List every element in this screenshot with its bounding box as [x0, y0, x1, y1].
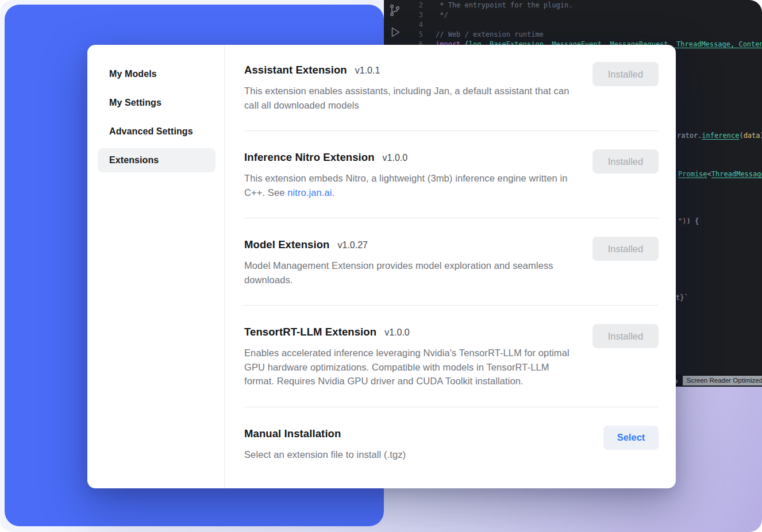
extension-version: v1.0.27: [338, 240, 368, 250]
extension-title: Manual Installation: [244, 426, 341, 442]
screen-reader-optimized-badge: Screen Reader Optimized: [683, 376, 762, 385]
extension-version: v1.0.0: [384, 327, 410, 338]
code-line: 2 * The entrypoint for the plugin.: [384, 1, 762, 10]
manual-installation-section: Manual Installation Select an extension …: [244, 407, 659, 480]
installed-button: Installed: [592, 62, 659, 86]
extension-title: Model Extension: [244, 237, 330, 253]
editor-code: 2 * The entrypoint for the plugin. 3 */ …: [384, 1, 762, 49]
extension-section-tensorrt-llm: TensortRT-LLM Extension v1.0.0 Enables a…: [244, 306, 659, 407]
select-file-button[interactable]: Select: [603, 426, 659, 450]
line-number: 4: [384, 20, 436, 30]
extension-title: Assistant Extension: [244, 62, 347, 78]
line-number: 2: [384, 1, 436, 10]
extension-version: v1.0.1: [355, 65, 380, 76]
line-number: 3: [384, 10, 436, 20]
code-fragment: Promise<ThreadMessage>: [678, 170, 762, 178]
sidebar-item-extensions[interactable]: Extensions: [98, 148, 215, 172]
extension-section-assistant: Assistant Extension v1.0.1 This extensio…: [244, 62, 659, 131]
code-line: 5// Web / extension runtime: [384, 30, 762, 40]
line-number: 5: [384, 30, 436, 40]
extension-section-model: Model Extension v1.0.27 Model Management…: [244, 218, 659, 306]
code-fragment: ")) {: [678, 217, 699, 225]
page-background: 2 * The entrypoint for the plugin. 3 */ …: [0, 0, 762, 532]
sidebar-item-advanced-settings[interactable]: Advanced Settings: [98, 119, 215, 144]
sidebar-item-my-settings[interactable]: My Settings: [98, 91, 215, 115]
settings-sidebar: My Models My Settings Advanced Settings …: [87, 45, 225, 488]
extension-description: Model Management Extension provides mode…: [244, 259, 580, 287]
extension-description: This extension enables assistants, inclu…: [244, 84, 580, 112]
code-line: 4: [384, 20, 762, 30]
installed-button: Installed: [592, 237, 659, 261]
extension-version: v1.0.0: [383, 153, 408, 163]
extension-title: TensortRT-LLM Extension: [244, 324, 376, 340]
extension-section-inference-nitro: Inference Nitro Extension v1.0.0 This ex…: [244, 131, 659, 218]
extensions-panel: Assistant Extension v1.0.1 This extensio…: [225, 45, 676, 488]
sidebar-item-my-models[interactable]: My Models: [98, 62, 215, 86]
nitro-jan-ai-link[interactable]: nitro.jan.ai.: [287, 187, 334, 198]
settings-modal: My Models My Settings Advanced Settings …: [87, 45, 676, 488]
extension-title: Inference Nitro Extension: [244, 149, 375, 165]
extension-description: Enables accelerated inference leveraging…: [244, 346, 580, 388]
extension-description: Select an extension file to install (.tg…: [244, 448, 406, 462]
code-fragment: t}`: [676, 294, 688, 302]
installed-button: Installed: [592, 149, 659, 174]
installed-button: Installed: [592, 324, 659, 348]
extension-description: This extension embeds Nitro, a lightweig…: [244, 171, 580, 199]
code-fragment: rator.inference(data));: [677, 132, 762, 140]
code-line: 3 */: [384, 10, 762, 20]
